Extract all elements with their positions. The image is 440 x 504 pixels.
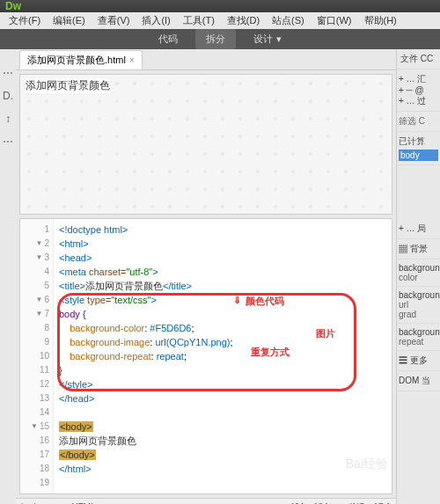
menu-edit[interactable]: 编辑(E) bbox=[48, 12, 91, 29]
viewbar: 代码 拆分 设计 ▾ bbox=[0, 29, 440, 49]
close-icon[interactable]: × bbox=[129, 55, 135, 65]
menu-window[interactable]: 窗口(W) bbox=[312, 12, 357, 29]
app-window: Dw 文件(F) 编辑(E) 查看(V) 插入(I) 工具(T) 查找(D) 站… bbox=[0, 0, 440, 504]
tab-cc[interactable]: CC bbox=[421, 54, 433, 63]
prop-bgcolor[interactable]: backgroun color bbox=[397, 259, 440, 287]
view-design[interactable]: 设计 ▾ bbox=[243, 29, 291, 49]
css-bg-section: ▦ 背景 bbox=[397, 239, 440, 259]
tool-icon[interactable]: D. bbox=[3, 90, 13, 102]
right-panel: 文件 CC + … 汇 + ─ @ + … 过 筛选 C 已计算 body + … bbox=[396, 49, 440, 504]
tab-files[interactable]: 文件 bbox=[400, 54, 418, 63]
tool-icon[interactable]: ⋯ bbox=[3, 67, 13, 79]
menu-site[interactable]: 站点(S) bbox=[267, 12, 310, 29]
design-preview[interactable]: 添加网页背景颜色 bbox=[19, 74, 392, 215]
left-toolbar: ⋯ D. ↕ ⋯ bbox=[0, 49, 16, 504]
css-sources: + … 汇 + ─ @ + … 过 bbox=[397, 69, 440, 112]
menu-tool[interactable]: 工具(T) bbox=[178, 12, 220, 29]
panel-dom[interactable]: DOM 当 bbox=[397, 371, 440, 391]
main: ⋯ D. ↕ ⋯ 添加网页背景颜色.html × 添加网页背景颜色 1 ▼2 bbox=[0, 49, 440, 504]
css-filter[interactable]: 筛选 C bbox=[397, 112, 440, 132]
document-tabs: 添加网页背景颜色.html × bbox=[16, 49, 396, 70]
tool-icon[interactable]: ↕ bbox=[5, 113, 11, 125]
menu-find[interactable]: 查找(D) bbox=[222, 12, 265, 29]
selector-body[interactable]: body bbox=[399, 150, 438, 161]
view-split[interactable]: 拆分 bbox=[195, 29, 236, 49]
app-logo: Dw bbox=[5, 0, 21, 12]
menubar: 文件(F) 编辑(E) 查看(V) 插入(I) 工具(T) 查找(D) 站点(S… bbox=[0, 12, 440, 29]
menu-view[interactable]: 查看(V) bbox=[92, 12, 136, 29]
view-code[interactable]: 代码 bbox=[148, 29, 188, 49]
panel-tabs: 文件 CC bbox=[397, 49, 440, 69]
preview-title: 添加网页背景颜色 bbox=[26, 78, 110, 93]
line-gutter: 1 ▼2 ▼3 4 5 ▼6 ▼7 8 9 10 11 12 13 14 ▼15… bbox=[20, 219, 54, 493]
menu-help[interactable]: 帮助(H) bbox=[359, 12, 402, 29]
prop-more[interactable]: ☰ 更多 bbox=[397, 351, 440, 371]
titlebar: Dw bbox=[0, 0, 440, 12]
document-tab[interactable]: 添加网页背景颜色.html × bbox=[19, 50, 143, 69]
code-body[interactable]: <!doctype html> <html> <head> <meta char… bbox=[54, 219, 392, 493]
tab-label: 添加网页背景颜色.html bbox=[27, 54, 126, 67]
css-computed: 已计算 body bbox=[397, 132, 440, 165]
prop-bgrepeat[interactable]: backgroun repeat bbox=[397, 324, 440, 351]
preview-bg bbox=[20, 75, 392, 214]
prop-bgimage[interactable]: backgroun url grad bbox=[397, 287, 440, 324]
menu-file[interactable]: 文件(F) bbox=[4, 12, 46, 29]
css-layout[interactable]: + … 局 bbox=[397, 219, 440, 239]
tool-icon[interactable]: ⋯ bbox=[3, 135, 13, 148]
menu-insert[interactable]: 插入(I) bbox=[136, 12, 175, 29]
code-editor[interactable]: 1 ▼2 ▼3 4 5 ▼6 ▼7 8 9 10 11 12 13 14 ▼15… bbox=[19, 218, 392, 494]
statusbar: body ▸ ⊘ HTML 464 x 184 ▾ INS 17:1 bbox=[16, 498, 396, 504]
center-area: 添加网页背景颜色.html × 添加网页背景颜色 1 ▼2 ▼3 4 5 ▼6 … bbox=[16, 49, 396, 504]
bg-icon: ▦ bbox=[399, 244, 407, 253]
